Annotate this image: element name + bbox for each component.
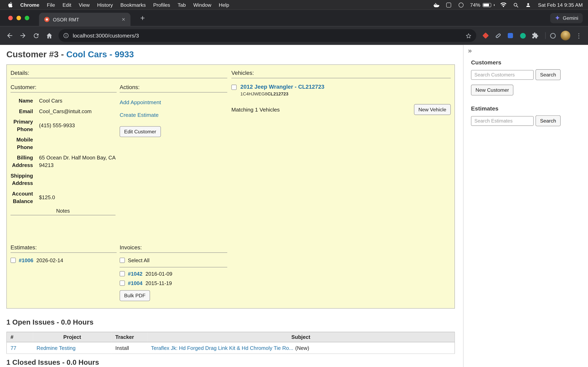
reload-button[interactable] (32, 32, 40, 39)
sidebar-customers-heading: Customers (471, 59, 588, 66)
page-title-prefix: Customer #3 - (6, 49, 66, 59)
main-column: Customer #3 - Cool Cars - 9933 Details: … (0, 45, 463, 367)
field-label: Name (10, 97, 39, 105)
back-button[interactable] (6, 32, 13, 39)
browser-toolbar: localhost:3000/customers/3 ⋮ (0, 26, 588, 45)
battery-status[interactable]: 74% (470, 2, 494, 8)
tab-favicon-icon (44, 17, 50, 22)
menubar-app-icon-3[interactable] (458, 1, 465, 8)
gemini-button[interactable]: Gemini (550, 13, 583, 23)
address-bar[interactable]: localhost:3000/customers/3 (59, 29, 476, 42)
issue-project-link[interactable]: Redmine Testing (36, 345, 76, 351)
menubar-item-tab[interactable]: Tab (174, 2, 190, 8)
vin-prefix: 1C4HJWEG8 (240, 91, 267, 97)
details-heading: Details: (10, 68, 227, 78)
menubar-item-window[interactable]: Window (190, 2, 215, 8)
customer-name-link[interactable]: Cool Cars - 9933 (66, 49, 134, 59)
select-all-checkbox[interactable] (120, 258, 125, 263)
bulk-pdf-button[interactable]: Bulk PDF (120, 290, 150, 301)
invoice-checkbox[interactable] (120, 271, 125, 276)
menubar-item-view[interactable]: View (75, 2, 93, 8)
invoice-checkbox[interactable] (120, 281, 125, 286)
sidebar-collapse-icon[interactable]: » (467, 47, 473, 55)
search-estimates-button[interactable]: Search (536, 115, 561, 126)
closed-issues-heading: 1 Closed Issues - 0.0 Hours (6, 359, 463, 367)
extensions-puzzle-icon[interactable] (531, 31, 539, 40)
new-vehicle-button[interactable]: New Vehicle (414, 104, 451, 115)
field-row-email: Email Cool_Cars@intuit.com (10, 108, 117, 115)
profile-avatar[interactable] (561, 31, 571, 41)
select-all-label: Select All (128, 257, 149, 263)
menubar-item-bookmarks[interactable]: Bookmarks (117, 2, 149, 8)
extension-icon-grammarly[interactable] (519, 31, 527, 40)
vehicles-heading: Vehicles: (231, 68, 450, 78)
menubar-clock[interactable]: Sat Feb 14 9:35 AM (537, 2, 583, 8)
menubar-item-help[interactable]: Help (215, 2, 233, 8)
estimate-date: 2026-02-14 (36, 257, 63, 263)
customer-fields: Name Cool Cars Email Cool_Cars@intuit.co… (10, 97, 117, 205)
bookmark-star-icon[interactable] (462, 33, 472, 39)
extension-icon-blue[interactable] (506, 31, 515, 40)
menubar-item-file[interactable]: File (43, 2, 59, 8)
battery-nub (494, 4, 494, 6)
estimates-search-row: Search (471, 115, 588, 126)
window-zoom-button[interactable] (25, 16, 29, 20)
browser-menu-icon[interactable]: ⋮ (574, 32, 584, 40)
menubar-item-profiles[interactable]: Profiles (149, 2, 174, 8)
browser-tab-active[interactable]: OSOR RMT × (39, 13, 130, 26)
search-estimates-input[interactable] (471, 116, 534, 125)
eco-mode-icon[interactable] (549, 31, 557, 40)
user-switch-icon[interactable] (525, 1, 532, 8)
create-estimate-link[interactable]: Create Estimate (120, 112, 227, 118)
invoice-date: 2015-11-19 (146, 280, 172, 286)
vehicle-vin: 1C4HJWEG8CL212723 (240, 91, 324, 97)
invoice-link[interactable]: #1004 (128, 280, 143, 286)
new-customer-button[interactable]: New Customer (471, 85, 513, 95)
field-label: Mobile Phone (10, 136, 39, 151)
window-close-button[interactable] (8, 16, 13, 20)
estimate-checkbox[interactable] (10, 258, 16, 263)
toolbar-separator (545, 32, 546, 39)
edit-customer-button[interactable]: Edit Customer (120, 126, 161, 137)
field-row-billing-address: Billing Address 65 Ocean Dr. Half Moon B… (10, 154, 117, 169)
search-customers-input[interactable] (471, 70, 534, 80)
field-label: Account Balance (10, 190, 39, 205)
invoice-link[interactable]: #1042 (128, 271, 143, 277)
search-customers-button[interactable]: Search (536, 69, 561, 80)
extension-icon-red[interactable] (481, 31, 490, 40)
spotlight-search-icon[interactable] (512, 1, 519, 8)
wifi-icon[interactable] (500, 1, 507, 8)
vehicle-checkbox[interactable] (231, 85, 237, 90)
matching-row: Matching 1 Vehicles New Vehicle (231, 104, 450, 115)
window-controls (0, 16, 35, 20)
field-row-account-balance: Account Balance $125.0 (10, 190, 117, 205)
forward-button[interactable] (19, 32, 27, 39)
col-header-subject: Subject (147, 332, 455, 342)
issue-id-link[interactable]: 77 (10, 345, 16, 351)
window-minimize-button[interactable] (17, 16, 21, 20)
menubar-item-history[interactable]: History (93, 2, 117, 8)
apple-menu-icon[interactable] (5, 2, 17, 8)
tab-close-icon[interactable]: × (120, 16, 127, 23)
url-text[interactable]: localhost:3000/customers/3 (73, 33, 462, 39)
customer-details-panel: Details: Customer: Name Cool Cars Email (6, 64, 455, 309)
invoices-subsection: Invoices: Select All #1042 2016-01-09 (120, 243, 227, 301)
menubar-app-icon-2[interactable] (445, 1, 452, 8)
browser-tab-strip: OSOR RMT × + Gemini (0, 10, 588, 26)
home-button[interactable] (45, 32, 53, 39)
add-appointment-link[interactable]: Add Appointment (120, 99, 227, 105)
issue-subject-link[interactable]: Teraflex Jk: Hd Forged Drag Link Kit & H… (151, 345, 293, 351)
vin-suffix: CL212723 (268, 91, 288, 97)
menubar-item-chrome[interactable]: Chrome (17, 2, 43, 8)
menubar-item-edit[interactable]: Edit (59, 2, 75, 8)
field-label: Primary Phone (10, 118, 39, 133)
extension-icon-clip[interactable] (494, 31, 502, 40)
field-value: Cool_Cars@intuit.com (39, 108, 117, 115)
estimate-link[interactable]: #1006 (19, 257, 34, 263)
extensions-row (481, 31, 539, 40)
docker-menubar-icon[interactable] (433, 1, 440, 8)
vehicle-link[interactable]: 2012 Jeep Wrangler - CL212723 (240, 83, 324, 90)
site-info-icon[interactable] (63, 33, 69, 39)
gemini-label: Gemini (563, 15, 579, 21)
new-tab-button[interactable]: + (137, 10, 148, 26)
